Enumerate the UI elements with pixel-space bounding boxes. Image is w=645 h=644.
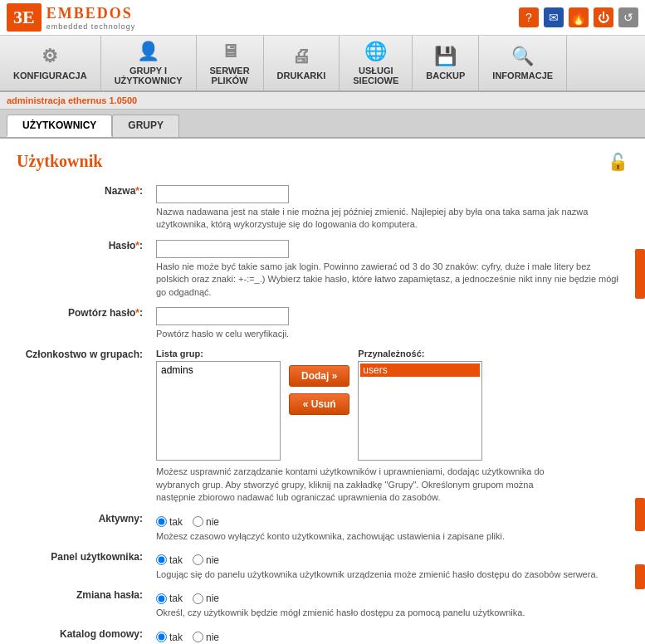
active-radio-group: tak nie: [156, 513, 622, 528]
membership-item-users[interactable]: users: [360, 363, 480, 377]
change-password-row: Zmiana hasła: tak nie Określ, czy użytko…: [17, 585, 628, 623]
groups-list[interactable]: admins: [156, 361, 281, 461]
active-label: Aktywny:: [17, 509, 149, 547]
nav-backup[interactable]: 💾 BACKUP: [413, 36, 479, 90]
power-icon[interactable]: ⏻: [594, 7, 613, 27]
add-to-group-button[interactable]: Dodaj »: [289, 365, 349, 387]
change-password-yes-label[interactable]: tak: [156, 593, 183, 604]
admin-label: administracja ethernus 1.0500: [7, 95, 137, 105]
logo-sub: embedded technology: [46, 22, 136, 31]
active-yes-radio[interactable]: [156, 516, 167, 527]
active-no-radio[interactable]: [193, 516, 203, 527]
logo-text: EMBEDOS embedded technology: [46, 5, 136, 31]
password-row: Hasło*: Hasło nie może być takie samo ja…: [17, 236, 628, 303]
page-title: Użytkownik: [17, 152, 628, 171]
name-hint: Nazwa nadawana jest na stałe i nie można…: [156, 206, 622, 232]
change-password-radio-group: tak nie: [156, 589, 622, 604]
user-panel-yes-radio[interactable]: [156, 554, 167, 565]
envelope-icon[interactable]: ✉: [544, 7, 564, 27]
repeat-required: *: [135, 307, 139, 319]
home-dir-yes-label[interactable]: tak: [156, 632, 183, 643]
membership-label2: Przynależność:: [358, 349, 482, 359]
change-password-no-radio[interactable]: [193, 593, 203, 604]
nav-drukarki-label: DRUKARKI: [277, 71, 326, 80]
name-input-cell: Nazwa nadawana jest na stałe i nie można…: [149, 181, 628, 236]
home-dir-no-label[interactable]: nie: [193, 632, 219, 643]
repeat-password-label: Powtórz hasło*:: [17, 303, 149, 344]
remove-from-group-button[interactable]: « Usuń: [289, 393, 349, 415]
lock-icon: 🔓: [608, 152, 628, 172]
password-input-cell: Hasło nie może być takie samo jak login.…: [149, 236, 628, 303]
repeat-password-row: Powtórz hasło*: Powtórz hasło w celu wer…: [17, 303, 628, 344]
nav-grupy-label: GRUPY IUŻYTKOWNICY: [115, 66, 183, 85]
membership-row: Członkostwo w grupach: Lista grup: admin…: [17, 344, 628, 508]
home-dir-label: Katalog domowy:: [17, 624, 149, 644]
refresh-icon[interactable]: ↺: [618, 7, 638, 27]
user-panel-radio-group: tak nie: [156, 551, 622, 566]
user-panel-row: Panel użytkownika: tak nie Logując się d…: [17, 547, 628, 585]
groups-list-box: Lista grup: admins: [156, 349, 281, 461]
scroll-handle-1[interactable]: [635, 249, 645, 299]
nav-informacje[interactable]: 🔍 INFORMACJE: [479, 36, 567, 90]
nav-serwer[interactable]: 🖥 SERWERPLIKÓW: [197, 36, 264, 90]
change-password-yes-radio[interactable]: [156, 593, 167, 604]
user-panel-no-label[interactable]: nie: [193, 554, 219, 566]
home-dir-no-radio[interactable]: [193, 632, 203, 642]
nav-backup-label: BACKUP: [426, 71, 465, 80]
nav-konfiguracja-label: KONFIGURACJA: [13, 71, 87, 80]
home-dir-yes-radio[interactable]: [156, 632, 167, 642]
repeat-password-input[interactable]: [156, 307, 289, 325]
question-icon[interactable]: ?: [519, 7, 539, 27]
nav-uslugi[interactable]: 🌐 USŁUGISIECIOWE: [340, 36, 413, 90]
nav-grupy-uzytkownicy[interactable]: 👤 GRUPY IUŻYTKOWNICY: [101, 36, 197, 90]
nav-informacje-label: INFORMACJE: [492, 71, 553, 80]
server-icon: 🖥: [221, 41, 239, 62]
group-item-admins[interactable]: admins: [159, 363, 278, 377]
active-no-label[interactable]: nie: [193, 516, 219, 528]
gear-icon: ⚙: [42, 46, 58, 67]
name-row: Nazwa*: Nazwa nadawana jest na stałe i n…: [17, 181, 628, 236]
group-buttons: Dodaj » « Usuń: [289, 349, 349, 415]
change-password-no-label[interactable]: nie: [193, 593, 219, 604]
password-input[interactable]: [156, 240, 289, 258]
name-input[interactable]: [156, 185, 289, 203]
info-search-icon: 🔍: [511, 46, 534, 67]
users-icon: 👤: [137, 41, 159, 62]
user-panel-no-radio[interactable]: [193, 554, 203, 565]
change-password-cell: tak nie Określ, czy użytkownik będzie mó…: [149, 585, 628, 623]
user-panel-yes-label[interactable]: tak: [156, 554, 183, 566]
active-hint: Możesz czasowo wyłączyć konto użytkownik…: [156, 530, 622, 543]
nav-serwer-label: SERWERPLIKÓW: [210, 66, 250, 85]
groups-list-label: Lista grup:: [156, 349, 281, 359]
active-yes-label[interactable]: tak: [156, 516, 183, 528]
tab-uzytkownicy[interactable]: UŻYTKOWNICY: [7, 115, 112, 137]
user-panel-cell: tak nie Logując się do panelu użytkownik…: [149, 547, 628, 585]
scroll-handle-3[interactable]: [635, 564, 645, 589]
active-cell: tak nie Możesz czasowo wyłączyć konto uż…: [149, 509, 628, 547]
repeat-password-input-cell: Powtórz hasło w celu weryfikacji.: [149, 303, 628, 344]
name-label: Nazwa*:: [17, 181, 149, 236]
logo-name: EMBEDOS: [46, 5, 136, 22]
membership-label: Członkostwo w grupach:: [17, 344, 149, 508]
nav-uslugi-label: USŁUGISIECIOWE: [353, 66, 398, 85]
repeat-password-hint: Powtórz hasło w celu weryfikacji.: [156, 328, 622, 340]
nav-konfiguracja[interactable]: ⚙ KONFIGURACJA: [0, 36, 101, 90]
user-panel-hint: Logując się do panelu użytkownika użytko…: [156, 568, 622, 581]
membership-cell: Lista grup: admins Dodaj » « Usuń Przyna…: [149, 344, 628, 508]
nav-bar: ⚙ KONFIGURACJA 👤 GRUPY IUŻYTKOWNICY 🖥 SE…: [0, 36, 645, 92]
password-required: *: [135, 240, 139, 251]
nav-drukarki[interactable]: 🖨 DRUKARKI: [264, 36, 340, 90]
scroll-handle-2[interactable]: [635, 498, 645, 531]
password-hint: Hasło nie może być takie samo jak login.…: [156, 261, 622, 299]
tab-grupy[interactable]: GRUPY: [112, 115, 179, 137]
active-row: Aktywny: tak nie Możesz czasowo wyłączyć…: [17, 509, 628, 547]
password-label: Hasło*:: [17, 236, 149, 303]
backup-icon: 💾: [434, 46, 457, 67]
membership-box: Przynależność: users: [358, 349, 482, 461]
membership-list[interactable]: users: [358, 361, 482, 461]
change-password-label: Zmiana hasła:: [17, 585, 149, 623]
fire-icon[interactable]: 🔥: [569, 7, 589, 27]
printer-icon: 🖨: [292, 46, 310, 67]
home-dir-row: Katalog domowy: tak nie Katalog domowy j…: [17, 624, 628, 644]
content-area: Użytkownik 🔓 Nazwa*: Nazwa nadawana jest…: [0, 139, 645, 644]
